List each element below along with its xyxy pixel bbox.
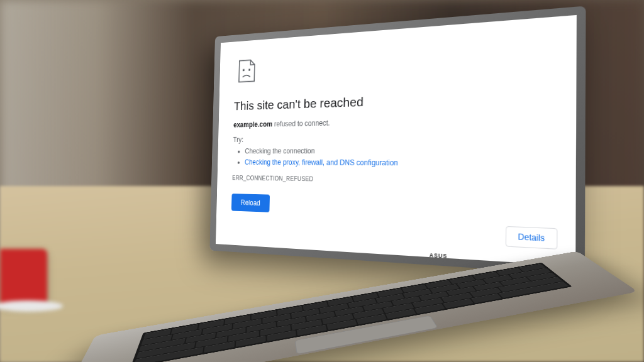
laptop-brand-logo: ASUS [430,252,448,260]
error-domain: example.com [233,120,272,129]
suggestion-check-connection: Checking the connection [245,144,553,157]
laptop: This site can't be reached example.com r… [75,13,629,362]
suggestions-list: Checking the connection Checking the pro… [233,144,553,171]
laptop-base [62,251,638,362]
svg-rect-1 [248,69,250,70]
proxy-firewall-dns-link[interactable]: Checking the proxy, firewall, and DNS co… [245,158,398,168]
error-title: This site can't be reached [234,87,554,113]
details-button[interactable]: Details [506,226,557,250]
red-mug [0,249,47,305]
reload-button[interactable]: Reload [231,194,270,212]
suggestion-check-proxy: Checking the proxy, firewall, and DNS co… [245,157,553,171]
chrome-error-page: This site can't be reached example.com r… [216,15,577,266]
sad-page-icon [235,58,260,84]
error-code: ERR_CONNECTION_REFUSED [232,175,553,187]
svg-rect-0 [243,69,245,71]
try-label: Try: [233,131,554,144]
error-subtitle-suffix: refused to connect. [272,119,330,128]
laptop-display: This site can't be reached example.com r… [216,15,577,266]
laptop-screen-bezel: This site can't be reached example.com r… [209,6,586,275]
laptop-keyboard [130,263,572,362]
error-subtitle: example.com refused to connect. [233,114,553,129]
